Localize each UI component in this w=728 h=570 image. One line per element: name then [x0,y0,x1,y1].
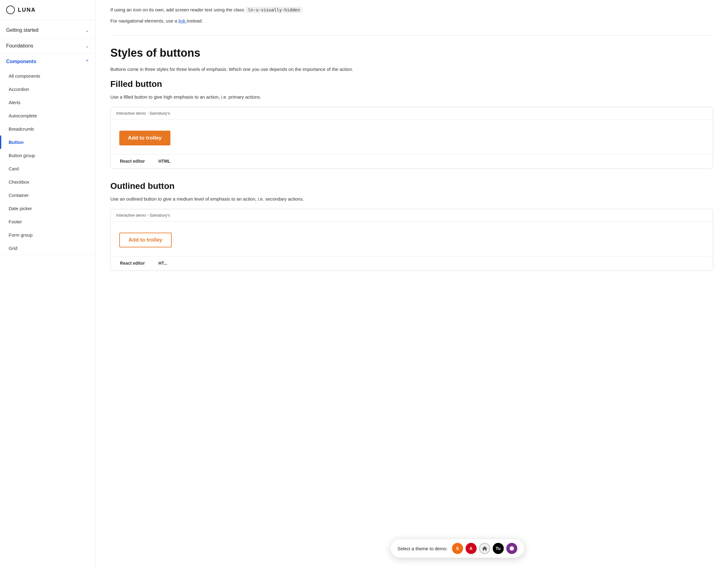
getting-started-label: Getting started [6,27,38,33]
logo-text: LUNA [18,7,36,13]
sidebar-item-container[interactable]: Container [0,189,95,202]
logo-area: LUNA [0,0,95,20]
sidebar-item-card[interactable]: Card [0,162,95,175]
filled-button-desc: Use a filled button to give high emphasi… [110,93,713,101]
components-header[interactable]: Components ⌃ [0,54,95,69]
components-label: Components [6,59,36,64]
foundations-header[interactable]: Foundations ⌄ [0,38,95,54]
foundations-label: Foundations [6,43,33,49]
outlined-demo-box: Interactive demo - Sainsbury's Add to tr… [110,209,713,271]
theme-icon-habitat[interactable] [479,543,490,554]
sidebar-item-date-picker[interactable]: Date picker [0,202,95,215]
sidebar-item-all-components[interactable]: All components [0,69,95,82]
theme-selector-label: Select a theme to demo: [398,546,448,551]
section-divider [110,35,713,35]
outlined-button-desc: Use an outlined button to give a medium … [110,195,713,203]
chevron-down-icon: ⌄ [85,43,89,48]
styles-of-buttons-desc: Buttons come in three styles for three l… [110,66,713,73]
chevron-down-icon: ⌄ [85,28,89,33]
chevron-up-icon: ⌃ [85,59,89,64]
filled-demo-content: Add to trolley [110,119,713,154]
intro-line2: For navigational elements, use a [110,18,177,23]
sidebar-item-button[interactable]: Button [0,135,95,149]
add-to-trolley-filled-button[interactable]: Add to trolley [119,130,171,146]
link-link[interactable]: link [179,18,187,23]
sidebar-item-breadcrumb[interactable]: Breadcrumb [0,122,95,135]
outlined-button-title: Outlined button [110,181,713,191]
main-content: If using an icon on its own, add screen … [95,0,728,570]
outlined-html-tab[interactable]: HT... [155,256,171,271]
sidebar-item-grid[interactable]: Grid [0,242,95,255]
foundations-section: Foundations ⌄ [0,38,95,54]
sidebar: LUNA Getting started ⌄ Foundations ⌄ Com… [0,0,95,570]
outlined-demo-label: Interactive demo - Sainsbury's [110,209,713,222]
sidebar-navigation: Getting started ⌄ Foundations ⌄ Componen… [0,20,95,258]
sidebar-item-autocomplete[interactable]: Autocomplete [0,109,95,122]
filled-react-editor-tab[interactable]: React editor [116,155,149,169]
add-to-trolley-outlined-button[interactable]: Add to trolley [119,233,172,247]
components-list: All componentsAccordionAlertsAutocomplet… [0,69,95,255]
outlined-demo-tabs: React editor HT... [110,256,713,271]
theme-icons-group: SATu [452,543,517,554]
intro-line3: instead. [187,18,203,23]
filled-demo-tabs: React editor HTML [110,154,713,169]
sidebar-item-button-group[interactable]: Button group [0,149,95,162]
sidebar-item-accordion[interactable]: Accordion [0,82,95,96]
getting-started-section: Getting started ⌄ [0,22,95,38]
sidebar-item-checkbox[interactable]: Checkbox [0,175,95,189]
logo-icon [6,6,15,14]
outlined-demo-content: Add to trolley [110,222,713,256]
theme-icon-nectar[interactable] [506,543,517,554]
filled-demo-label: Interactive demo - Sainsbury's [110,107,713,119]
sidebar-item-form-group[interactable]: Form group [0,228,95,242]
theme-selector-popup: Select a theme to demo: SATu [391,539,524,558]
outlined-react-editor-tab[interactable]: React editor [116,256,149,271]
intro-text: If using an icon on its own, add screen … [110,0,713,28]
intro-line1: If using an icon on its own, add screen … [110,7,244,12]
theme-icon-sainsburys[interactable]: S [452,543,463,554]
filled-demo-box: Interactive demo - Sainsbury's Add to tr… [110,107,713,169]
getting-started-header[interactable]: Getting started ⌄ [0,22,95,38]
components-section: Components ⌃ All componentsAccordionAler… [0,54,95,255]
intro-code: ln-u-visually-hidden [246,7,303,13]
filled-html-tab[interactable]: HTML [155,155,174,169]
filled-button-title: Filled button [110,79,713,89]
svg-point-0 [509,546,514,551]
sidebar-item-footer[interactable]: Footer [0,215,95,228]
theme-icon-tu[interactable]: Tu [493,543,504,554]
theme-icon-argos[interactable]: A [465,543,477,554]
styles-of-buttons-title: Styles of buttons [110,46,713,59]
sidebar-item-alerts[interactable]: Alerts [0,96,95,109]
